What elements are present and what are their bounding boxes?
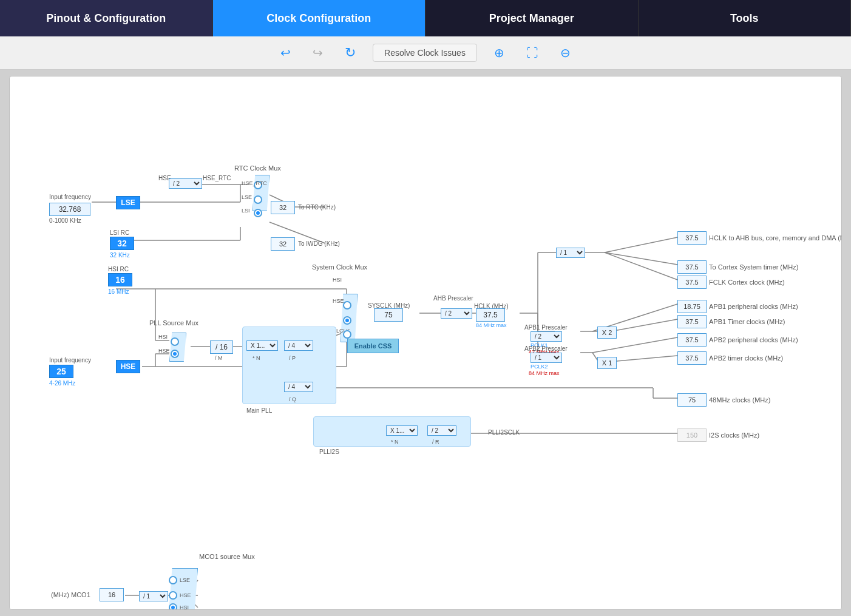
sysclk-mux-label: System Clock Mux — [312, 263, 367, 271]
mco1-radio-lse[interactable] — [169, 576, 177, 584]
input-freq-top-label: Input frequency — [49, 194, 91, 200]
mco1-source-mux-label: MCO1 source Mux — [199, 553, 255, 560]
apb2-prescaler-label: APB2 Prescaler — [524, 345, 568, 352]
plli2s-r-sub: / R — [432, 439, 439, 445]
pll-div-p-sub: / P — [289, 355, 296, 361]
pll-div-q-select[interactable]: / 4 — [284, 382, 313, 392]
mco1-value: 16 — [100, 588, 124, 601]
x1-apb2-box: X 1 — [597, 357, 617, 369]
pll-radio-hsi[interactable] — [171, 337, 179, 346]
pll-mul-n-sub: * N — [253, 355, 260, 361]
rtc-mux-label: RTC Clock Mux — [234, 164, 281, 172]
apb2-timer-value: 37.5 — [677, 351, 707, 365]
hse-div2-select[interactable]: / 2 — [169, 178, 202, 189]
nav-clock[interactable]: Clock Configuration — [213, 0, 426, 36]
apb2-prescaler-select[interactable]: / 1 — [531, 353, 562, 363]
hse-box[interactable]: HSE — [116, 360, 140, 373]
hclk-ahb-label: HCLK to AHB bus, core, memory and DMA (M… — [709, 234, 830, 242]
enable-css-button[interactable]: Enable CSS — [347, 339, 399, 353]
nav-project[interactable]: Project Manager — [426, 0, 639, 36]
mco1-label: (MHz) MCO1 — [51, 591, 90, 598]
mco1-hse-label: HSE — [180, 592, 191, 598]
apb1-timer-label: APB1 Timer clocks (MHz) — [709, 318, 785, 325]
mhz48-label: 48MHz clocks (MHz) — [709, 396, 770, 404]
sysclk-hsi-label: HSI — [333, 277, 342, 283]
svg-line-37 — [605, 252, 677, 265]
toolbar: ↩ ↪ ↻ Resolve Clock Issues ⊕ ⛶ ⊖ — [0, 36, 851, 70]
to-iwdg-label: To IWDG (KHz) — [298, 240, 340, 247]
lsi-rc-box: 32 — [110, 237, 134, 250]
lsi-rc-label: LSI RC — [110, 229, 129, 236]
ahb-prescaler-label: AHB Prescaler — [433, 295, 473, 302]
redo-button[interactable]: ↪ — [308, 43, 328, 63]
hse-rtc-label: HSE_RTC — [203, 175, 231, 181]
refresh-button[interactable]: ↻ — [340, 42, 361, 63]
clock-diagram: Input frequency 32.768 0-1000 KHz LSE LS… — [10, 76, 841, 609]
apb1-prescaler-label: APB1 Prescaler — [524, 324, 568, 331]
div1-top-select[interactable]: / 1 — [556, 248, 585, 258]
main-pll-area — [242, 327, 336, 404]
plli2s-label: PLLI2S — [319, 448, 339, 455]
pll-hsi-label: HSI — [158, 334, 168, 340]
ahb-prescaler-select[interactable]: / 2 — [441, 308, 472, 319]
apb2-peripheral-label: APB2 peripheral clocks (MHz) — [709, 336, 798, 344]
hsi-rc-box: 16 — [108, 273, 132, 286]
zoom-in-button[interactable]: ⊕ — [489, 43, 509, 63]
pll-div-q-sub: / Q — [289, 396, 296, 402]
nav-pinout[interactable]: Pinout & Configuration — [0, 0, 213, 36]
mhz48-value: 75 — [677, 393, 707, 407]
mco1-div-select[interactable]: / 1 — [139, 591, 168, 601]
sysclk-radio-hsi[interactable] — [343, 301, 351, 310]
plli2s-r-select[interactable]: / 2 — [427, 425, 456, 436]
expand-button[interactable]: ⛶ — [521, 44, 543, 63]
input-freq-top-input[interactable]: 32.768 — [49, 203, 90, 216]
mco1-radio-hsi[interactable] — [169, 603, 177, 610]
svg-line-36 — [605, 237, 677, 252]
undo-button[interactable]: ↩ — [276, 43, 296, 63]
sysclk-radio-hse[interactable] — [343, 316, 351, 325]
pll-radio-hse[interactable] — [171, 350, 179, 358]
pclk2-label: PCLK2 — [531, 364, 548, 370]
mco1-hsi-label: HSI — [180, 604, 189, 610]
hsi-rc-freq: 16 MHz — [108, 288, 129, 295]
sysclk-radio-pll[interactable] — [343, 330, 351, 339]
x2-apb1-box: X 2 — [597, 327, 617, 339]
sysclk-hse-label: HSE — [333, 298, 344, 304]
hsi-rc-label: HSI RC — [108, 266, 129, 272]
nav-bar: Pinout & Configuration Clock Configurati… — [0, 0, 851, 36]
rtc-mux-hse-label: HSE_RTC — [242, 180, 267, 186]
input-freq-bottom-box: 25 — [49, 365, 73, 378]
rtc-mux-lse-label: LSE — [242, 194, 252, 200]
i2s-value: 150 — [677, 428, 707, 442]
apb1-peripheral-value: 18.75 — [677, 300, 707, 313]
resolve-clock-button[interactable]: Resolve Clock Issues — [373, 44, 477, 62]
svg-line-48 — [592, 337, 677, 353]
pll-mul-n-select[interactable]: X 1... — [246, 340, 278, 351]
pll-div-m-box: / 16 — [210, 340, 233, 354]
clock-canvas: Input frequency 32.768 0-1000 KHz LSE LS… — [9, 76, 842, 610]
fclk-value: 37.5 — [677, 276, 707, 289]
svg-line-50 — [611, 356, 677, 362]
nav-tools[interactable]: Tools — [639, 0, 852, 36]
pll-div-p-select[interactable]: / 4 — [284, 340, 313, 351]
apb1-prescaler-select[interactable]: / 2 — [531, 331, 562, 342]
zoom-out-button[interactable]: ⊖ — [555, 43, 575, 63]
pll-hse-label: HSE — [158, 348, 170, 354]
mco1-radio-hse[interactable] — [169, 591, 177, 600]
pll-source-mux-label: PLL Source Mux — [149, 319, 198, 327]
svg-line-38 — [605, 252, 677, 280]
main-pll-label: Main PLL — [246, 407, 272, 414]
pclk2-max: 84 MHz max — [529, 370, 560, 376]
sysclk-value: 75 — [374, 308, 403, 322]
input-freq-bottom-label: Input frequency — [49, 357, 91, 364]
cortex-timer-value: 37.5 — [677, 260, 707, 274]
plli2s-n-sub: * N — [391, 439, 399, 445]
lse-box[interactable]: LSE — [116, 196, 140, 209]
plli2s-clk-label: PLLI2SCLK — [488, 429, 520, 436]
fclk-label: FCLK Cortex clock (MHz) — [709, 279, 785, 286]
to-rtc-value: 32 — [271, 201, 295, 214]
rtc-radio-lsi[interactable] — [254, 209, 262, 217]
hclk-value: 37.5 — [476, 308, 505, 322]
plli2s-n-select[interactable]: X 1... — [386, 425, 418, 436]
rtc-radio-lse[interactable] — [254, 195, 262, 204]
